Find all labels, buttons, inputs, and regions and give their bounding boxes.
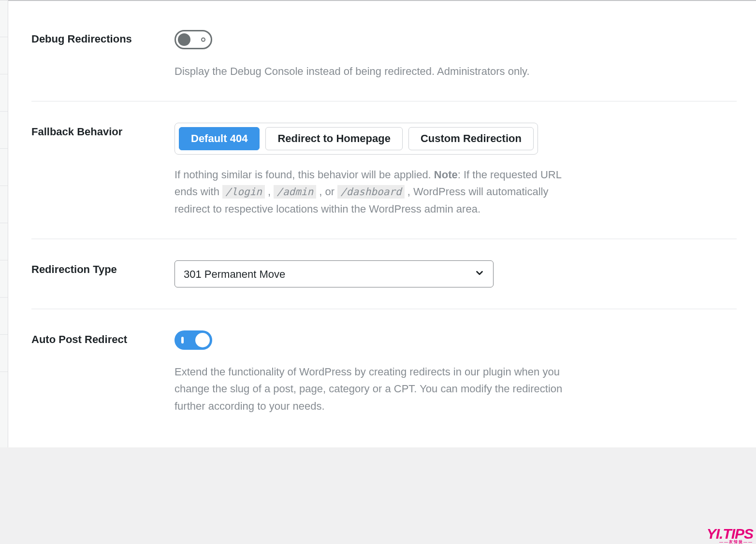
toggle-handle-icon	[178, 33, 190, 46]
description-fallback-behavior: If nothing similar is found, this behavi…	[174, 166, 585, 217]
code-admin: /admin	[274, 185, 316, 199]
code-dashboard: /dashboard	[337, 185, 404, 199]
desc-text: If nothing similar is found, this behavi…	[174, 169, 434, 181]
fallback-segmented-control: Default 404 Redirect to Homepage Custom …	[174, 123, 538, 155]
setting-redirection-type: Redirection Type 301 Permanent Move	[31, 260, 737, 309]
description-auto-post-redirect: Extend the functionality of WordPress by…	[174, 363, 585, 415]
description-debug-redirections: Display the Debug Console instead of bei…	[174, 63, 585, 80]
setting-debug-redirections: Debug Redirections Display the Debug Con…	[31, 30, 737, 101]
redirection-type-select-wrap: 301 Permanent Move	[174, 260, 494, 287]
desc-sep: ,	[265, 186, 274, 198]
redirection-type-select[interactable]: 301 Permanent Move	[174, 260, 494, 287]
label-auto-post-redirect: Auto Post Redirect	[31, 332, 174, 347]
label-fallback-behavior: Fallback Behavior	[31, 125, 174, 139]
toggle-off-indicator-icon	[201, 38, 205, 42]
desc-sep: , or	[316, 186, 337, 198]
label-debug-redirections: Debug Redirections	[31, 32, 174, 46]
label-redirection-type: Redirection Type	[31, 262, 174, 277]
fallback-option-redirect-homepage[interactable]: Redirect to Homepage	[265, 127, 403, 150]
left-rail	[0, 0, 8, 447]
code-login: /login	[222, 185, 265, 199]
fallback-option-custom-redirection[interactable]: Custom Redirection	[408, 127, 534, 150]
toggle-on-indicator-icon	[181, 337, 184, 344]
fallback-option-default-404[interactable]: Default 404	[179, 127, 260, 150]
toggle-auto-post-redirect[interactable]	[174, 330, 212, 350]
toggle-handle-icon	[195, 333, 210, 347]
settings-panel: Debug Redirections Display the Debug Con…	[8, 0, 756, 447]
setting-fallback-behavior: Fallback Behavior Default 404 Redirect t…	[31, 123, 737, 239]
setting-auto-post-redirect: Auto Post Redirect Extend the functional…	[31, 330, 737, 415]
note-label: Note	[434, 169, 458, 181]
toggle-debug-redirections[interactable]	[174, 30, 212, 49]
